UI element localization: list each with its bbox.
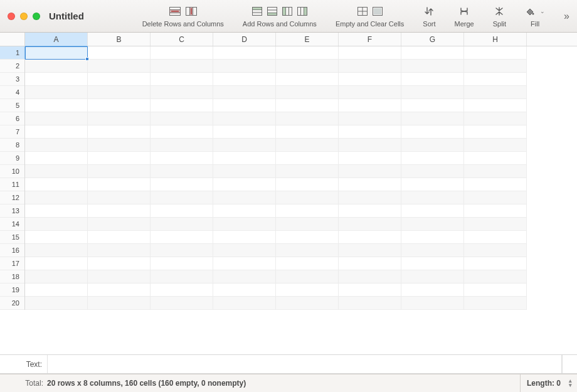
cell[interactable] <box>25 125 88 139</box>
cell[interactable] <box>213 178 276 191</box>
cell[interactable] <box>401 86 464 99</box>
row-header-4[interactable]: 4 <box>0 86 24 99</box>
cell[interactable] <box>276 270 339 283</box>
cell[interactable] <box>276 139 339 152</box>
cell[interactable] <box>464 218 527 231</box>
cell[interactable] <box>25 231 88 244</box>
cell[interactable] <box>88 178 151 191</box>
cell[interactable] <box>88 152 151 165</box>
cell[interactable] <box>88 218 151 231</box>
row-header-18[interactable]: 18 <box>0 270 24 283</box>
cell[interactable] <box>151 231 213 244</box>
cell[interactable] <box>339 112 401 125</box>
cell-grid[interactable] <box>25 46 527 310</box>
row-header-12[interactable]: 12 <box>0 191 24 204</box>
cell[interactable] <box>339 139 401 152</box>
cell[interactable] <box>339 218 401 231</box>
cell[interactable] <box>464 46 527 60</box>
cell[interactable] <box>151 218 213 231</box>
cell[interactable] <box>88 204 151 218</box>
cell[interactable] <box>213 112 276 125</box>
empty-clear-cells-button[interactable]: Empty and Clear Cells <box>332 5 408 28</box>
cell[interactable] <box>25 178 88 191</box>
row-header-15[interactable]: 15 <box>0 231 24 244</box>
row-header-11[interactable]: 11 <box>0 178 24 191</box>
text-stepper[interactable] <box>562 355 577 373</box>
cell[interactable] <box>276 244 339 257</box>
cell[interactable] <box>213 218 276 231</box>
cell[interactable] <box>88 244 151 257</box>
cell[interactable] <box>151 204 213 218</box>
toolbar-overflow-button[interactable]: » <box>564 11 569 22</box>
fill-button[interactable]: ⌄ Fill <box>521 5 549 28</box>
cell[interactable] <box>401 231 464 244</box>
cell[interactable] <box>401 73 464 86</box>
cell[interactable] <box>401 191 464 204</box>
cell[interactable] <box>401 125 464 139</box>
cell[interactable] <box>25 152 88 165</box>
cell[interactable] <box>25 99 88 112</box>
cell[interactable] <box>88 270 151 283</box>
cell[interactable] <box>88 73 151 86</box>
cell[interactable] <box>401 152 464 165</box>
cell[interactable] <box>339 60 401 73</box>
cell[interactable] <box>88 99 151 112</box>
cell[interactable] <box>339 283 401 297</box>
cell[interactable] <box>213 283 276 297</box>
cell[interactable] <box>25 204 88 218</box>
column-header-A[interactable]: A <box>25 33 88 46</box>
cell[interactable] <box>401 178 464 191</box>
cell[interactable] <box>88 283 151 297</box>
cell[interactable] <box>401 218 464 231</box>
cell[interactable] <box>213 46 276 60</box>
column-header-C[interactable]: C <box>151 33 213 46</box>
cell[interactable] <box>25 270 88 283</box>
cell[interactable] <box>213 257 276 270</box>
cell[interactable] <box>88 112 151 125</box>
cell[interactable] <box>25 283 88 297</box>
cell[interactable] <box>213 191 276 204</box>
cell[interactable] <box>25 165 88 178</box>
length-selector[interactable]: Length: 0 ▴▾ <box>520 374 577 392</box>
cell[interactable] <box>339 125 401 139</box>
cell[interactable] <box>339 270 401 283</box>
cell[interactable] <box>276 257 339 270</box>
row-header-13[interactable]: 13 <box>0 204 24 218</box>
cell[interactable] <box>276 73 339 86</box>
cell[interactable] <box>339 297 401 310</box>
cell[interactable] <box>213 152 276 165</box>
cell[interactable] <box>151 46 213 60</box>
cell[interactable] <box>25 191 88 204</box>
column-header-D[interactable]: D <box>213 33 276 46</box>
cell[interactable] <box>464 244 527 257</box>
cell[interactable] <box>276 86 339 99</box>
merge-button[interactable]: Merge <box>451 5 478 28</box>
cell[interactable] <box>339 86 401 99</box>
cell[interactable] <box>339 165 401 178</box>
cell[interactable] <box>276 218 339 231</box>
cell[interactable] <box>401 283 464 297</box>
minimize-window-button[interactable] <box>20 13 28 20</box>
cell[interactable] <box>339 191 401 204</box>
cell[interactable] <box>25 73 88 86</box>
cell[interactable] <box>88 139 151 152</box>
split-button[interactable]: Split <box>489 5 510 28</box>
cell[interactable] <box>401 165 464 178</box>
cell[interactable] <box>401 139 464 152</box>
column-header-H[interactable]: H <box>464 33 527 46</box>
cell[interactable] <box>25 60 88 73</box>
fill-handle[interactable] <box>85 57 89 61</box>
cell[interactable] <box>151 152 213 165</box>
cell[interactable] <box>401 270 464 283</box>
sort-button[interactable]: Sort <box>419 5 439 28</box>
cell[interactable] <box>151 257 213 270</box>
cell[interactable] <box>88 86 151 99</box>
row-header-19[interactable]: 19 <box>0 283 24 297</box>
row-header-16[interactable]: 16 <box>0 244 24 257</box>
cell[interactable] <box>276 99 339 112</box>
row-header-10[interactable]: 10 <box>0 165 24 178</box>
cell[interactable] <box>151 165 213 178</box>
cell[interactable] <box>151 112 213 125</box>
cell[interactable] <box>25 86 88 99</box>
cell[interactable] <box>401 297 464 310</box>
